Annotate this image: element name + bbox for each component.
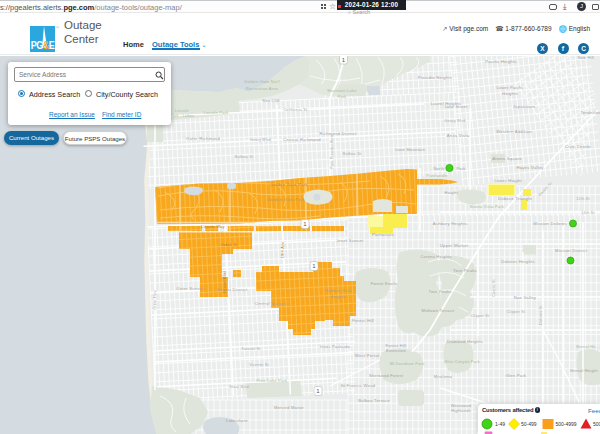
svg-text:Sea Cliff: Sea Cliff <box>262 98 280 103</box>
svg-text:Dolores Heights: Dolores Heights <box>501 259 535 264</box>
svg-text:Balboa St: Balboa St <box>343 152 362 156</box>
svg-text:Panhandle: Panhandle <box>427 173 448 178</box>
svg-text:Corona Heights: Corona Heights <box>420 254 451 259</box>
svg-text:Taraval St: Taraval St <box>241 347 261 351</box>
svg-text:Lone Mountain: Lone Mountain <box>395 147 425 152</box>
svg-text:Castro St: Castro St <box>492 279 496 297</box>
svg-text:Geary Blvd.: Geary Blvd. <box>250 138 273 142</box>
svg-text:Alamo Square: Alamo Square <box>492 156 522 161</box>
svg-text:Western Addition: Western Addition <box>496 129 532 134</box>
svg-text:Central Sunset: Central Sunset <box>254 301 286 306</box>
svg-text:Duboce Triangle: Duboce Triangle <box>498 196 533 201</box>
svg-text:Sunset District: Sunset District <box>217 287 248 292</box>
svg-text:Mountain Lake: Mountain Lake <box>327 88 357 93</box>
svg-text:Mission Dolores: Mission Dolores <box>533 221 567 226</box>
svg-text:Sunset Blvd: Sunset Blvd <box>223 270 227 293</box>
svg-text:Japantown: Japantown <box>513 104 536 109</box>
svg-text:Highlands: Highlands <box>451 408 471 413</box>
svg-text:Forest Knolls: Forest Knolls <box>371 281 398 286</box>
svg-text:Golden Gate: Golden Gate <box>325 288 352 293</box>
svg-text:Pine Lake Park: Pine Lake Park <box>257 378 288 383</box>
svg-text:Park Presidio Blvd: Park Presidio Blvd <box>330 135 334 169</box>
svg-text:Miraloma: Miraloma <box>434 374 453 379</box>
svg-text:Glen Canyon Park: Glen Canyon Park <box>444 359 480 364</box>
svg-text:Lincoln: Lincoln <box>175 109 189 113</box>
svg-text:14th St: 14th St <box>581 211 594 215</box>
svg-text:Outer Richmond: Outer Richmond <box>186 136 220 141</box>
svg-text:Park: Park <box>337 94 346 99</box>
svg-text:Midtown Terrace: Midtown Terrace <box>421 308 455 313</box>
svg-text:19th Ave: 19th Ave <box>281 242 285 259</box>
svg-text:Lower Pacific: Lower Pacific <box>496 85 523 90</box>
svg-text:Haight: Haight <box>444 190 458 195</box>
svg-text:Heights: Heights <box>330 294 346 299</box>
svg-text:Judah St: Judah St <box>221 243 239 247</box>
svg-text:Noe Valley: Noe Valley <box>514 295 537 300</box>
svg-text:Twin Peaks: Twin Peaks <box>453 268 477 273</box>
svg-text:Park: Park <box>456 166 465 171</box>
svg-text:Park - Lobos: Park - Lobos <box>170 114 195 118</box>
svg-text:Bernal Height: Bernal Height <box>570 368 598 373</box>
svg-text:Golden Gate Park: Golden Gate Park <box>267 197 305 202</box>
svg-text:Recreation Area: Recreation Area <box>246 86 279 91</box>
svg-text:Balboa Terrace: Balboa Terrace <box>358 398 390 403</box>
svg-text:Mission District: Mission District <box>555 248 588 253</box>
svg-text:1-49: 1-49 <box>495 421 505 427</box>
svg-text:St Francis Wood: St Francis Wood <box>341 383 376 388</box>
svg-text:500-4999: 500-4999 <box>556 421 577 427</box>
svg-text:500: 500 <box>593 421 600 427</box>
svg-text:Outer Sunset: Outer Sunset <box>176 286 204 291</box>
svg-text:Richmond District: Richmond District <box>319 131 357 136</box>
svg-text:Lower Haight: Lower Haight <box>494 178 522 183</box>
svg-text:Heights: Heights <box>502 91 517 96</box>
svg-text:Laurel Heights: Laurel Heights <box>431 101 462 106</box>
svg-text:Tenderloin: Tenderloin <box>581 110 600 115</box>
svg-text:Diamond Heights: Diamond Heights <box>447 339 483 344</box>
svg-text:Inner Parkside: Inner Parkside <box>320 344 351 349</box>
svg-text:Mt Davidson Park: Mt Davidson Park <box>390 361 425 366</box>
svg-text:Upper Market: Upper Market <box>440 243 469 248</box>
svg-text:Anza Vista: Anza Vista <box>447 133 470 138</box>
svg-text:Sherwood Forest: Sherwood Forest <box>369 373 404 378</box>
svg-text:Golden Gate Park: Golden Gate Park <box>270 182 308 187</box>
svg-text:Glen Park: Glen Park <box>506 373 528 378</box>
svg-text:Twin Peaks: Twin Peaks <box>429 289 452 294</box>
svg-text:North: North <box>433 166 444 171</box>
svg-text:Forest Hill: Forest Hill <box>352 318 374 323</box>
svg-text:Balboa St: Balboa St <box>235 155 254 159</box>
svg-text:Parnassus: Parnassus <box>372 232 394 237</box>
svg-text:Inner Sunset: Inner Sunset <box>337 238 364 243</box>
svg-text:Extension: Extension <box>386 348 406 353</box>
svg-text:West Portal: West Portal <box>355 353 379 358</box>
svg-text:Golden Gate Nat'l: Golden Gate Nat'l <box>244 79 280 84</box>
svg-text:Hayes Valley: Hayes Valley <box>516 165 544 170</box>
svg-text:Clipper St: Clipper St <box>507 310 526 314</box>
svg-text:Bernal He...: Bernal He... <box>576 344 600 349</box>
svg-text:Lincoln Way: Lincoln Way <box>201 225 224 229</box>
svg-text:Sloat Blvd: Sloat Blvd <box>229 385 249 389</box>
svg-text:Merced Manor: Merced Manor <box>274 405 304 410</box>
svg-text:Ashbury Heights: Ashbury Heights <box>433 221 467 226</box>
svg-text:Great Hwy: Great Hwy <box>153 290 157 310</box>
svg-text:Nob Hill: Nob Hill <box>578 56 594 60</box>
svg-text:12th St: 12th St <box>576 197 589 201</box>
svg-text:Dolores St: Dolores St <box>539 305 543 325</box>
svg-text:Clipper St: Clipper St <box>471 314 490 318</box>
svg-text:50-499: 50-499 <box>521 421 537 427</box>
svg-text:Pacific Heights: Pacific Heights <box>485 59 516 64</box>
svg-text:Lakeshore: Lakeshore <box>226 418 248 423</box>
svg-text:Vicente St: Vicente St <box>249 363 269 367</box>
svg-text:California St.: California St. <box>283 108 308 112</box>
svg-text:Lincoln Park: Lincoln Park <box>203 110 228 115</box>
svg-text:Presidio Heights: Presidio Heights <box>418 75 453 80</box>
svg-text:Central Richmond: Central Richmond <box>283 137 321 142</box>
svg-text:Buena Vista Park: Buena Vista Park <box>470 204 504 209</box>
svg-text:Geary Blvd: Geary Blvd <box>444 119 465 123</box>
svg-text:Civic Center: Civic Center <box>565 144 591 149</box>
